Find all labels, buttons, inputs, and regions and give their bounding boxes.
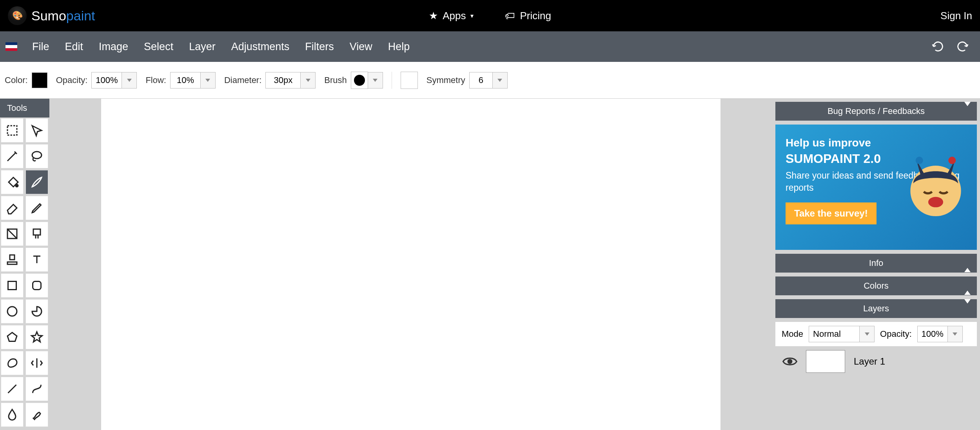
diameter-group: Diameter: (224, 72, 316, 89)
colors-panel-header[interactable]: Colors (775, 276, 977, 295)
tool-wand[interactable] (1, 144, 24, 168)
svg-point-9 (916, 157, 923, 164)
chevron-down-icon (865, 332, 869, 336)
opacity-group: Opacity: (56, 72, 137, 89)
menu-layer[interactable]: Layer (181, 41, 223, 53)
divider (392, 72, 392, 89)
tool-lasso[interactable] (25, 144, 48, 168)
flow-group: Flow: (145, 72, 216, 89)
visibility-icon[interactable] (782, 356, 797, 367)
tool-fill[interactable] (1, 170, 24, 194)
svg-point-10 (948, 157, 956, 164)
pricing-link[interactable]: 🏷 Pricing (505, 10, 551, 22)
logo-text-b: paint (66, 8, 95, 23)
flow-input[interactable] (170, 72, 201, 89)
secondary-swatch[interactable] (401, 72, 418, 89)
tag-icon: 🏷 (505, 10, 515, 22)
diameter-dropdown[interactable] (301, 72, 316, 89)
menu-bar: File Edit Image Select Layer Adjustments… (0, 31, 980, 62)
menu-select[interactable]: Select (136, 41, 181, 53)
right-panels: Bug Reports / Feedbacks Help us improve … (772, 99, 980, 430)
blend-mode-select[interactable] (809, 326, 860, 342)
tool-brush[interactable] (25, 170, 48, 194)
tool-line[interactable] (1, 377, 24, 401)
svg-rect-5 (8, 282, 16, 290)
tool-rectangle[interactable] (1, 273, 24, 298)
menu-file[interactable]: File (24, 41, 57, 53)
layers-panel-header[interactable]: Layers (775, 299, 977, 318)
brush-group: Brush (324, 72, 383, 89)
flow-dropdown[interactable] (201, 72, 216, 89)
layers-options: Mode Opacity: (775, 322, 977, 346)
color-swatch[interactable] (32, 72, 47, 88)
pricing-label: Pricing (520, 10, 551, 22)
chevron-down-icon (127, 79, 132, 82)
menu-items: File Edit Image Select Layer Adjustments… (24, 41, 417, 53)
canvas[interactable] (101, 99, 720, 430)
canvas-area (49, 99, 772, 430)
opacity-input[interactable] (91, 72, 122, 89)
brush-label: Brush (324, 75, 347, 85)
tool-ellipse[interactable] (1, 299, 24, 323)
menu-adjustments[interactable]: Adjustments (223, 41, 298, 53)
symmetry-group: Symmetry (426, 72, 508, 89)
opacity-dropdown[interactable] (122, 72, 137, 89)
undo-icon[interactable] (931, 40, 945, 53)
redo-icon[interactable] (956, 40, 969, 53)
layer-row[interactable]: Layer 1 (775, 346, 977, 377)
color-label: Color: (5, 75, 28, 85)
svg-point-11 (928, 197, 943, 208)
blend-mode-dropdown[interactable] (860, 326, 875, 342)
brush-dropdown[interactable] (368, 72, 383, 89)
mode-label: Mode (782, 329, 803, 339)
symmetry-input[interactable] (469, 72, 493, 89)
collapse-icon (964, 304, 971, 314)
tool-blur[interactable] (1, 403, 24, 427)
menu-filters[interactable]: Filters (297, 41, 342, 53)
tool-gradient[interactable] (1, 222, 24, 246)
tool-move[interactable] (25, 118, 48, 143)
chevron-down-icon (373, 79, 377, 82)
layer-opacity-dropdown[interactable] (948, 326, 963, 342)
language-flag-icon[interactable] (5, 42, 17, 51)
tool-rounded-rect[interactable] (25, 273, 48, 298)
menu-image[interactable]: Image (91, 41, 136, 53)
tool-text[interactable] (25, 248, 48, 272)
tool-pie[interactable] (25, 299, 48, 323)
svg-rect-4 (33, 229, 40, 235)
layer-opacity-input[interactable] (917, 326, 948, 342)
tool-stamp[interactable] (1, 248, 24, 272)
brush-preview[interactable] (351, 72, 368, 89)
signin-button[interactable]: Sign In (940, 10, 972, 22)
tool-marquee[interactable] (1, 118, 24, 143)
diameter-input[interactable] (265, 72, 301, 89)
tool-smudge[interactable] (25, 403, 48, 427)
tool-eraser[interactable] (1, 196, 24, 220)
tool-custom-shape[interactable] (1, 351, 24, 375)
menu-help[interactable]: Help (380, 41, 418, 53)
tool-symmetry[interactable] (25, 351, 48, 375)
tool-curve[interactable] (25, 377, 48, 401)
logo[interactable]: 🎨 Sumopaint (8, 6, 95, 25)
tools-panel: Tools (0, 99, 49, 430)
menu-edit[interactable]: Edit (57, 41, 91, 53)
layer-thumbnail (806, 350, 845, 373)
svg-rect-0 (7, 126, 17, 135)
menu-view[interactable]: View (342, 41, 380, 53)
svg-point-7 (7, 307, 17, 316)
tool-star[interactable] (25, 325, 48, 349)
header-center: ★ Apps ▾ 🏷 Pricing (429, 10, 551, 22)
tool-polygon[interactable] (1, 325, 24, 349)
symmetry-dropdown[interactable] (493, 72, 508, 89)
info-panel-header[interactable]: Info (775, 254, 977, 273)
tools-grid (0, 117, 49, 428)
apps-menu[interactable]: ★ Apps ▾ (429, 10, 474, 22)
svg-point-1 (32, 152, 42, 159)
tool-pencil[interactable] (25, 196, 48, 220)
info-title: Info (869, 258, 884, 268)
bug-reports-panel-header[interactable]: Bug Reports / Feedbacks (775, 102, 977, 121)
chevron-down-icon (497, 79, 502, 82)
take-survey-button[interactable]: Take the survey! (786, 202, 877, 224)
tool-clone[interactable] (25, 222, 48, 246)
collapse-icon (964, 106, 971, 116)
